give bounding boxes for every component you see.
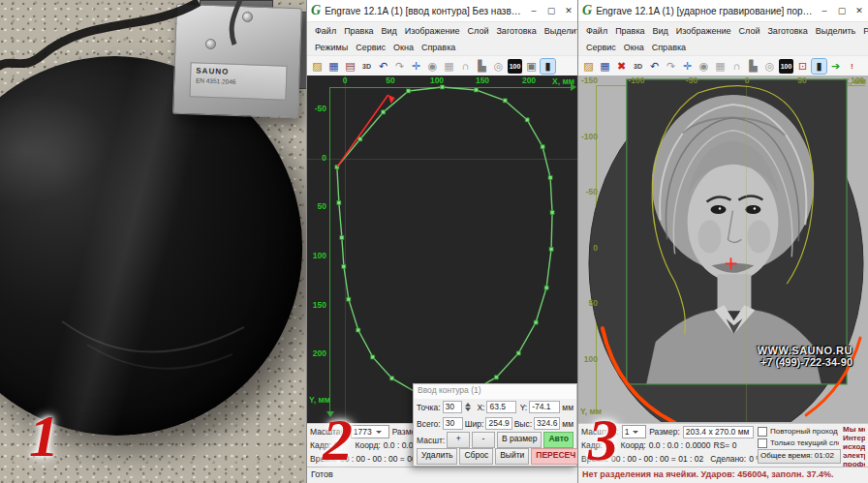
menu-item[interactable]: Сервис: [582, 43, 620, 52]
auto-button[interactable]: Авто: [543, 432, 574, 448]
arrow-right-icon[interactable]: ➔: [828, 59, 843, 74]
save-icon[interactable]: ▦: [326, 59, 341, 74]
height-input[interactable]: 324.6: [534, 417, 560, 430]
battery-icon[interactable]: ▮: [812, 59, 826, 74]
scale-100-icon[interactable]: 100: [508, 59, 522, 74]
contour-vertex-handle[interactable]: [342, 264, 346, 268]
open-folder-icon[interactable]: ▨: [310, 59, 325, 74]
menu-item[interactable]: Файл: [582, 26, 611, 36]
menu-item[interactable]: Окна: [620, 43, 648, 52]
contour-vertex-handle[interactable]: [534, 320, 538, 324]
menu-item[interactable]: Заготовка: [492, 26, 540, 36]
users-icon[interactable]: ◉: [697, 59, 711, 74]
menu-item[interactable]: Справка: [648, 43, 690, 52]
menu-item[interactable]: Правка: [611, 26, 648, 36]
maximize-button[interactable]: ▢: [542, 3, 560, 18]
contour-vertex-handle[interactable]: [544, 286, 548, 289]
contour-vertex-handle[interactable]: [525, 118, 529, 122]
menu-item[interactable]: Файл: [311, 26, 340, 36]
y-input[interactable]: -74.1: [529, 401, 560, 413]
fit-button[interactable]: В размер: [497, 432, 542, 448]
redo-icon[interactable]: ↷: [664, 59, 678, 74]
zoom-in-button[interactable]: +: [447, 432, 470, 448]
current-layer-only-checkbox[interactable]: [758, 438, 767, 448]
undo-icon[interactable]: ↶: [647, 59, 662, 74]
3d-icon[interactable]: 3D: [359, 59, 374, 74]
contour-vertex-handle[interactable]: [503, 99, 507, 103]
intersect-button[interactable]: ПЕРЕСЕЧ: [531, 448, 577, 465]
users-icon[interactable]: ◉: [425, 59, 440, 74]
contour-vertex-handle[interactable]: [407, 89, 411, 93]
contour-vertex-handle[interactable]: [358, 137, 362, 141]
contour-vertex-handle[interactable]: [474, 88, 478, 92]
repeat-pass-checkbox[interactable]: [758, 427, 767, 437]
menu-item[interactable]: Заготовка: [763, 26, 811, 36]
x-input[interactable]: 63.5: [486, 401, 515, 413]
chart-icon[interactable]: ▙: [746, 59, 760, 74]
point-input[interactable]: 30: [443, 401, 463, 413]
move-icon[interactable]: ✛: [680, 59, 695, 74]
menu-item[interactable]: Сервис: [352, 43, 389, 52]
save-as-icon[interactable]: ▦: [442, 59, 456, 74]
menu-item[interactable]: Выделить: [812, 26, 860, 36]
globe-icon[interactable]: ◎: [762, 59, 777, 74]
contour-vertex-handle[interactable]: [356, 328, 360, 332]
menu-item[interactable]: Работа: [859, 26, 868, 36]
chart-icon[interactable]: ▙: [475, 59, 489, 74]
exclamation-icon[interactable]: !: [845, 59, 859, 74]
exit-button[interactable]: Выйти: [495, 448, 529, 465]
contour-vertex-handle[interactable]: [340, 235, 344, 239]
menu-item[interactable]: Слой: [464, 26, 493, 36]
contour-vertex-handle[interactable]: [371, 355, 375, 359]
move-icon[interactable]: ✛: [409, 59, 423, 74]
contour-vertex-handle[interactable]: [337, 201, 341, 205]
headphones-icon[interactable]: ∩: [729, 59, 744, 74]
clipboard-icon[interactable]: ▣: [524, 59, 539, 74]
engraving-canvas[interactable]: X, мм Y, мм: [578, 75, 868, 423]
minimize-button[interactable]: –: [525, 3, 542, 18]
monitor-icon[interactable]: ⊡: [795, 59, 810, 74]
contour-vertex-handle[interactable]: [549, 247, 553, 251]
contour-vertex-handle[interactable]: [494, 376, 498, 379]
menu-item[interactable]: Выделить: [541, 26, 577, 36]
reset-button[interactable]: Сброс: [459, 448, 493, 465]
save-icon[interactable]: ▦: [598, 59, 612, 74]
delete-icon[interactable]: ✖: [614, 59, 629, 74]
3d-icon[interactable]: 3D: [631, 59, 645, 74]
scale-100-icon[interactable]: 100: [779, 59, 793, 74]
bookmarks-icon[interactable]: ▤: [343, 59, 357, 74]
menu-item[interactable]: Справка: [418, 43, 459, 52]
close-button[interactable]: ✕: [851, 3, 868, 18]
redo-icon[interactable]: ↷: [392, 59, 407, 74]
scale-select[interactable]: 1773: [351, 425, 389, 438]
maximize-button[interactable]: ▢: [833, 3, 851, 18]
contour-vertex-handle[interactable]: [382, 110, 386, 114]
menu-item[interactable]: Изображение: [401, 26, 464, 36]
menu-item[interactable]: Вид: [378, 26, 401, 36]
contour-vertex-handle[interactable]: [548, 176, 552, 180]
zoom-out-button[interactable]: -: [472, 432, 495, 448]
menu-item[interactable]: Правка: [340, 26, 377, 36]
delete-button[interactable]: Удалить: [417, 448, 457, 465]
open-folder-icon[interactable]: ▨: [581, 59, 596, 74]
headphones-icon[interactable]: ∩: [458, 59, 473, 74]
contour-vertex-handle[interactable]: [541, 145, 544, 149]
menu-item[interactable]: Режимы: [311, 43, 352, 52]
scale-select[interactable]: 1: [622, 425, 646, 438]
undo-icon[interactable]: ↶: [376, 59, 390, 74]
minimize-button[interactable]: –: [816, 3, 833, 18]
titlebar[interactable]: G Engrave 12.1A (1) [ударное гравировани…: [578, 0, 868, 22]
titlebar[interactable]: G Engrave 12.1A (1) [ввод контура] Без н…: [307, 0, 577, 22]
menu-item[interactable]: Изображение: [672, 26, 735, 36]
contour-vertex-handle[interactable]: [550, 210, 554, 214]
total-time-button[interactable]: Общее время: 01:02: [758, 449, 841, 464]
contour-vertex-handle[interactable]: [390, 377, 394, 380]
contour-vertex-handle[interactable]: [516, 351, 520, 355]
menu-item[interactable]: Слой: [735, 26, 764, 36]
total-input[interactable]: 30: [443, 417, 463, 430]
contour-canvas[interactable]: X, мм Y, мм 050100150200-50050100150200: [307, 75, 577, 423]
save-as-icon[interactable]: ▦: [713, 59, 728, 74]
menu-item[interactable]: Вид: [649, 26, 672, 36]
width-input[interactable]: 254.9: [485, 417, 512, 430]
close-button[interactable]: ✕: [560, 3, 577, 18]
